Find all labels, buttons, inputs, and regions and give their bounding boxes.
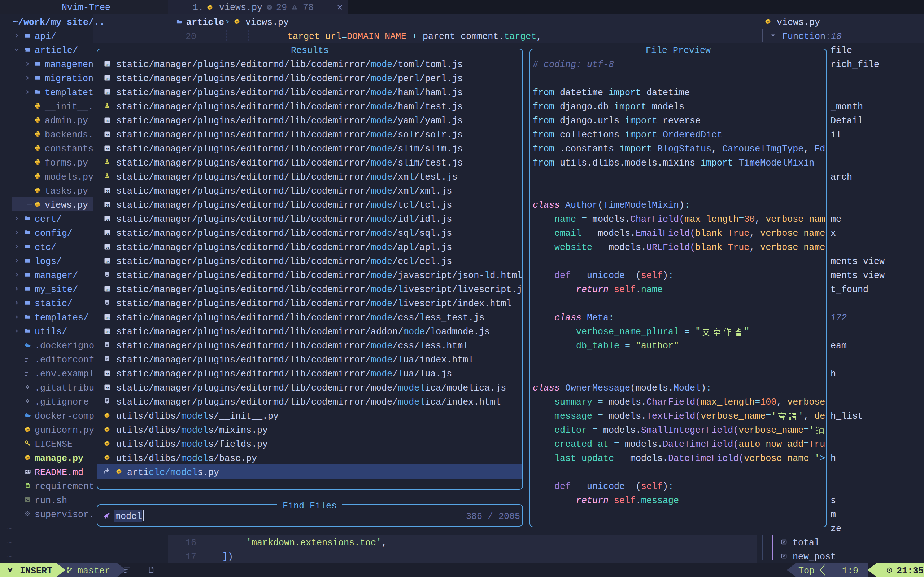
svg-text:JS: JS (106, 91, 110, 95)
svg-text:JS: JS (106, 63, 110, 67)
svg-text:JS: JS (106, 330, 110, 334)
svg-text:JS: JS (106, 148, 110, 151)
svg-text:JS: JS (106, 246, 110, 250)
svg-text:JS: JS (106, 260, 110, 264)
svg-text:JS: JS (106, 204, 110, 207)
svg-text:JS: JS (106, 232, 110, 235)
svg-text:JS: JS (106, 387, 110, 390)
svg-text:JS: JS (106, 218, 110, 221)
svg-text:JS: JS (106, 288, 110, 292)
svg-text:JS: JS (106, 77, 110, 81)
svg-text:JS: JS (106, 134, 110, 137)
svg-text:JS: JS (106, 119, 110, 123)
svg-text:JS: JS (106, 190, 110, 193)
svg-text:JS: JS (106, 372, 110, 376)
svg-text:JS: JS (106, 316, 110, 320)
